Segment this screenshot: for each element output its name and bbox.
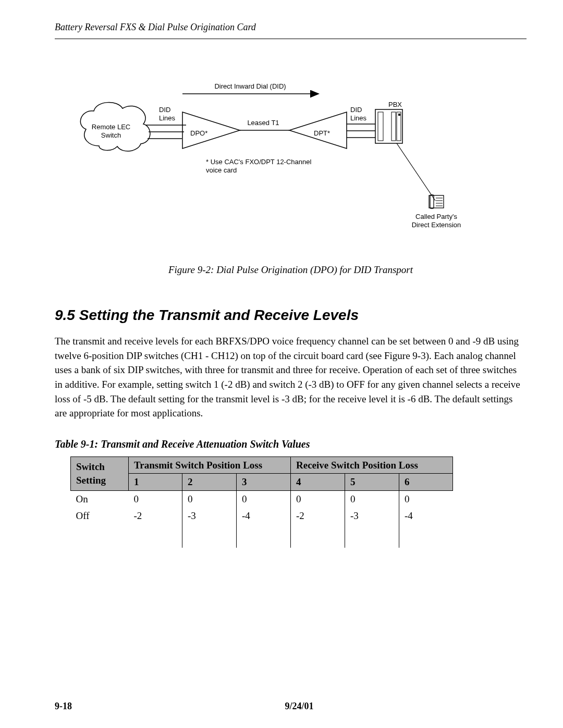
cell-v3: -4 <box>237 508 291 524</box>
table-row: Off -2 -3 -4 -2 -3 -4 <box>71 508 453 524</box>
label-called-party-1: Called Party's <box>415 213 457 220</box>
running-head: Battery Reversal FXS & Dial Pulse Origin… <box>55 21 527 39</box>
cell-v2: 0 <box>182 490 237 507</box>
col-5: 5 <box>345 474 399 491</box>
label-did-top: Direct Inward Dial (DID) <box>214 82 286 90</box>
section-body: The transmit and receive levels for each… <box>55 334 527 420</box>
cell-v1: 0 <box>129 490 182 507</box>
label-dpo: DPO* <box>190 129 207 137</box>
section-heading: 9.5 Setting the Transmit and Receive Lev… <box>55 305 527 325</box>
label-leased-t1: Leased T1 <box>247 119 279 127</box>
cell-setting: On <box>71 490 129 507</box>
footer-date: 9/24/01 <box>55 700 527 712</box>
table-row-spacer <box>71 524 453 548</box>
svg-rect-13 <box>397 112 401 141</box>
cell-v6: 0 <box>399 490 452 507</box>
phone-icon <box>429 195 444 208</box>
label-dpt: DPT* <box>314 129 330 137</box>
col-2: 2 <box>182 474 237 491</box>
label-did-lines-left-1: DID <box>159 106 170 114</box>
table-caption: Table 9-1: Transmit and Receive Attenuat… <box>55 437 527 451</box>
col-4: 4 <box>291 474 345 491</box>
label-called-party-2: Direct Extension <box>412 221 461 229</box>
figure-diagram: Direct Inward Dial (DID) Remote LEC Swit… <box>55 73 527 276</box>
svg-line-15 <box>397 143 435 201</box>
label-did-lines-right-1: DID <box>350 106 362 114</box>
label-remote-lec-switch-2: Switch <box>101 131 121 139</box>
svg-rect-12 <box>391 112 396 141</box>
page-footer: 9-18 9/24/01 <box>55 700 527 712</box>
label-remote-lec-switch-1: Remote LEC <box>92 123 130 131</box>
svg-rect-14 <box>398 114 400 116</box>
col-group-receive: Receive Switch Position Loss <box>291 456 453 474</box>
dpo-did-transport-diagram: Direct Inward Dial (DID) Remote LEC Swit… <box>55 73 524 250</box>
cell-v5: 0 <box>345 490 399 507</box>
page-number: 9-18 <box>55 700 72 712</box>
svg-rect-11 <box>378 112 383 141</box>
label-footnote-1: * Use CAC's FXO/DPT 12-Channel <box>206 158 311 166</box>
col-6: 6 <box>399 474 452 491</box>
label-did-lines-right-2: Lines <box>350 114 367 122</box>
label-footnote-2: voice card <box>206 166 237 174</box>
figure-caption: Figure 9-2: Dial Pulse Origination (DPO)… <box>55 263 527 277</box>
cell-setting: Off <box>71 508 129 524</box>
col-3: 3 <box>237 474 291 491</box>
label-pbx: PBX <box>388 101 402 108</box>
cell-v5: -3 <box>345 508 399 524</box>
col-group-transmit: Transmit Switch Position Loss <box>129 456 291 474</box>
cell-v3: 0 <box>237 490 291 507</box>
cell-v6: -4 <box>399 508 452 524</box>
label-did-lines-left-2: Lines <box>159 114 176 122</box>
table-row: On 0 0 0 0 0 0 <box>71 490 453 507</box>
attenuation-table: Switch Setting Transmit Switch Position … <box>70 456 453 548</box>
col-switch-setting-1: Switch <box>76 461 105 472</box>
cell-v4: -2 <box>291 508 345 524</box>
cell-v4: 0 <box>291 490 345 507</box>
page: Battery Reversal FXS & Dial Pulse Origin… <box>0 0 563 728</box>
cell-v2: -3 <box>182 508 237 524</box>
svg-rect-17 <box>430 195 434 208</box>
col-switch-setting-2: Setting <box>76 475 106 486</box>
cell-v1: -2 <box>129 508 182 524</box>
col-1: 1 <box>129 474 182 491</box>
